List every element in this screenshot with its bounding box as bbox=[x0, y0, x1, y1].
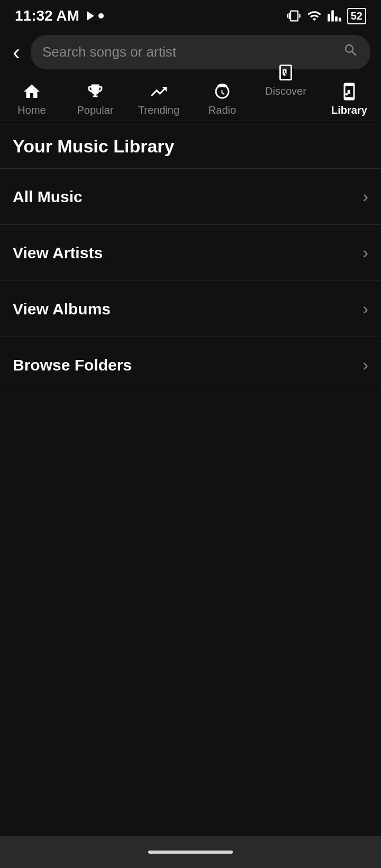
all-music-item[interactable]: All Music › bbox=[0, 169, 381, 225]
popular-icon bbox=[86, 82, 105, 101]
tab-popular-label: Popular bbox=[77, 104, 114, 116]
browse-folders-label: Browse Folders bbox=[13, 356, 132, 374]
status-bar: 11:32 AM 52 bbox=[0, 0, 381, 30]
tab-radio[interactable]: Radio bbox=[201, 82, 243, 116]
home-icon bbox=[22, 82, 41, 101]
battery-indicator: 52 bbox=[347, 8, 366, 24]
battery-level: 52 bbox=[351, 10, 362, 22]
tab-home[interactable]: Home bbox=[11, 82, 53, 116]
library-icon bbox=[340, 82, 359, 101]
tab-library-label: Library bbox=[331, 104, 367, 116]
search-bar[interactable]: Search songs or artist bbox=[31, 35, 370, 69]
time-display: 11:32 AM bbox=[15, 7, 79, 24]
content-spacer bbox=[0, 393, 381, 711]
search-placeholder: Search songs or artist bbox=[42, 44, 337, 60]
view-artists-chevron: › bbox=[362, 243, 368, 263]
library-list: All Music › View Artists › View Albums ›… bbox=[0, 169, 381, 393]
browse-folders-chevron: › bbox=[362, 355, 368, 375]
tab-popular[interactable]: Popular bbox=[74, 82, 116, 116]
back-button[interactable]: ‹ bbox=[11, 41, 22, 64]
nav-tabs: Home Popular Trending Radio Discover bbox=[0, 77, 381, 121]
play-status bbox=[87, 11, 104, 21]
signal-icon bbox=[327, 8, 342, 23]
status-icons: 52 bbox=[287, 8, 366, 24]
tab-trending[interactable]: Trending bbox=[138, 82, 180, 116]
tab-discover[interactable]: Discover bbox=[265, 82, 307, 116]
bottom-bar bbox=[0, 836, 381, 868]
view-artists-item[interactable]: View Artists › bbox=[0, 225, 381, 281]
search-icon bbox=[343, 42, 359, 62]
radio-icon bbox=[213, 82, 232, 101]
view-albums-label: View Albums bbox=[13, 300, 111, 318]
all-music-label: All Music bbox=[13, 188, 83, 206]
view-albums-item[interactable]: View Albums › bbox=[0, 281, 381, 337]
tab-discover-label: Discover bbox=[265, 85, 306, 97]
all-music-chevron: › bbox=[362, 187, 368, 206]
status-time: 11:32 AM bbox=[15, 7, 104, 24]
tab-radio-label: Radio bbox=[208, 104, 236, 116]
view-albums-chevron: › bbox=[362, 299, 368, 319]
trending-icon bbox=[149, 82, 168, 101]
browse-folders-item[interactable]: Browse Folders › bbox=[0, 337, 381, 393]
tab-trending-label: Trending bbox=[138, 104, 179, 116]
search-bar-container: ‹ Search songs or artist bbox=[0, 30, 381, 77]
tab-home-label: Home bbox=[17, 104, 46, 116]
view-artists-label: View Artists bbox=[13, 244, 103, 262]
page-title-container: Your Music Library bbox=[0, 121, 381, 168]
tab-library[interactable]: Library bbox=[328, 82, 370, 116]
home-indicator bbox=[148, 851, 233, 854]
play-icon bbox=[87, 11, 94, 21]
page-title: Your Music Library bbox=[13, 136, 368, 157]
discover-music-icon bbox=[276, 63, 295, 82]
vibrate-icon bbox=[287, 8, 302, 23]
dot-icon bbox=[98, 13, 104, 19]
wifi-icon bbox=[307, 8, 322, 23]
